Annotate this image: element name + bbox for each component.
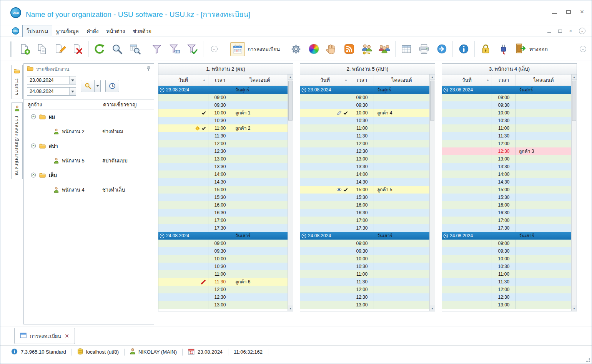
time-slot-row[interactable]: 11:30	[442, 278, 571, 286]
time-button[interactable]	[105, 80, 119, 92]
time-slot-row[interactable]: 14:00	[300, 170, 429, 178]
column-header-client[interactable]: ไคลเอนต์	[374, 74, 429, 86]
tab-close-icon[interactable]: ✕	[65, 333, 69, 339]
hand-icon[interactable]	[323, 40, 340, 59]
time-slot-row[interactable]: 12:30	[442, 293, 571, 301]
resize-grip[interactable]	[585, 357, 590, 362]
time-slot-row[interactable]: 17:00	[158, 217, 288, 224]
expand-icon[interactable]	[443, 88, 448, 93]
time-slot-row[interactable]: 11:30	[300, 278, 429, 286]
rss-icon[interactable]	[340, 40, 358, 59]
scroll-down-button[interactable]: ▼	[288, 306, 293, 311]
time-slot-row[interactable]: 10:30	[300, 117, 429, 124]
settings-gear-icon[interactable]	[287, 40, 305, 59]
mdi-close-button[interactable]: ×	[569, 28, 572, 34]
time-slot-row[interactable]: 13:30	[442, 163, 571, 170]
time-slot-row[interactable]: 09:30	[300, 247, 429, 255]
time-slot-row[interactable]: 10:00	[442, 109, 571, 117]
copy-record-button[interactable]	[33, 40, 51, 59]
appointment-row[interactable]: 11:30ลูกค้า 6	[158, 278, 288, 286]
time-slot-row[interactable]: 13:00	[158, 301, 288, 309]
search-dropdown-icon[interactable]	[95, 80, 101, 92]
date-to-field[interactable]	[27, 87, 76, 96]
time-slot-row[interactable]: 09:30	[442, 101, 571, 109]
menu-help[interactable]: ช่วยด้วย	[129, 25, 155, 37]
time-slot-row[interactable]: 12:00	[158, 140, 288, 147]
toolbar-drag-handle[interactable]	[10, 41, 12, 57]
time-slot-row[interactable]: 12:00	[442, 286, 571, 293]
date-header-row[interactable]: 23.08.2024วันศุกร์	[158, 86, 288, 94]
time-slot-row[interactable]: 14:00	[158, 170, 288, 178]
date-from-field[interactable]	[27, 76, 76, 84]
time-slot-row[interactable]: 10:30	[442, 263, 571, 270]
expand-icon[interactable]	[31, 172, 36, 178]
pin-icon[interactable]	[146, 66, 151, 73]
forward-arrow-icon[interactable]	[433, 40, 451, 59]
time-slot-row[interactable]: 13:00	[300, 155, 429, 163]
time-slot-row[interactable]: 09:00	[158, 94, 288, 101]
search-employees-button[interactable]	[81, 80, 95, 92]
time-slot-row[interactable]: 09:30	[442, 247, 571, 255]
scroll-thumb[interactable]	[288, 81, 293, 121]
time-slot-row[interactable]: 16:00	[158, 201, 288, 209]
scroll-thumb[interactable]	[572, 81, 576, 121]
scroll-up-button[interactable]: ▲	[288, 74, 293, 80]
column-header-date[interactable]: วันที่▲	[300, 74, 350, 86]
time-slot-row[interactable]: 15:00	[158, 186, 288, 194]
menu-database[interactable]: ฐานข้อมูล	[52, 25, 83, 37]
left-tab-list[interactable]: รายการ	[11, 65, 23, 99]
time-slot-row[interactable]: 11:00	[442, 270, 571, 278]
time-slot-row[interactable]: 12:30	[158, 293, 288, 301]
employee-group-row[interactable]: เล็บ	[24, 168, 154, 182]
scrollbar[interactable]: ▲▼	[571, 74, 577, 311]
time-slot-row[interactable]: 13:00	[442, 155, 571, 163]
exit-button[interactable]: ทางออก	[512, 43, 550, 56]
time-slot-row[interactable]: 13:00	[442, 301, 571, 309]
lock-icon[interactable]	[477, 40, 494, 59]
time-slot-row[interactable]: 17:30	[442, 224, 571, 232]
tab-registration[interactable]: การลงทะเบียน ✕	[14, 328, 75, 344]
appointment-row[interactable]: 10:00ลูกค้า 1	[158, 109, 288, 117]
time-slot-row[interactable]: 13:30	[300, 163, 429, 170]
table-view-icon[interactable]	[397, 40, 415, 59]
time-slot-row[interactable]: 10:00	[158, 255, 288, 263]
time-slot-row[interactable]: 11:00	[300, 124, 429, 132]
users-key-icon[interactable]	[358, 40, 376, 59]
column-header-date[interactable]: วันที่▲	[158, 74, 208, 86]
menu-program[interactable]: โปรแกรม	[22, 25, 52, 37]
scrollbar[interactable]: ▲▼	[429, 74, 435, 311]
column-header-date[interactable]: วันที่▲	[442, 74, 492, 86]
expand-icon[interactable]	[31, 143, 36, 149]
expand-icon[interactable]	[301, 88, 306, 93]
time-slot-row[interactable]: 10:30	[442, 117, 571, 124]
users-group-icon[interactable]	[376, 40, 393, 59]
scroll-down-button[interactable]: ▼	[430, 306, 435, 311]
employee-row[interactable]: พนักงาน 2ช่างทำผม	[24, 124, 154, 139]
menu-commands[interactable]: คำสั่ง	[83, 25, 102, 37]
time-slot-row[interactable]: 10:30	[158, 263, 288, 270]
search-advanced-button[interactable]	[126, 40, 144, 59]
appointment-row[interactable]: 12:30ลูกค้า 3	[442, 147, 571, 155]
search-button[interactable]	[108, 40, 126, 59]
scroll-down-button[interactable]: ▼	[572, 306, 577, 311]
time-slot-row[interactable]: 09:00	[442, 94, 571, 101]
time-slot-row[interactable]: 15:30	[158, 194, 288, 201]
time-slot-row[interactable]: 11:30	[442, 132, 571, 140]
date-header-row[interactable]: 24.08.2024วันเสาร์	[442, 232, 571, 240]
time-slot-row[interactable]: 09:00	[300, 240, 429, 247]
time-slot-row[interactable]: 12:30	[300, 293, 429, 301]
time-slot-row[interactable]: 14:30	[300, 178, 429, 186]
column-header-employee[interactable]: ลูกจ้าง	[24, 100, 99, 109]
delete-record-button[interactable]	[69, 40, 86, 59]
scrollbar[interactable]: ▲▼	[288, 74, 293, 311]
time-slot-row[interactable]: 10:30	[158, 117, 288, 124]
time-slot-row[interactable]: 12:00	[300, 286, 429, 293]
time-slot-row[interactable]: 13:00	[158, 155, 288, 163]
time-slot-row[interactable]: 17:30	[158, 224, 288, 232]
filter-button[interactable]	[148, 40, 166, 59]
time-slot-row[interactable]: 11:00	[300, 270, 429, 278]
time-slot-row[interactable]: 10:00	[442, 255, 571, 263]
mdi-minimize-button[interactable]	[547, 32, 551, 33]
time-slot-row[interactable]: 15:30	[300, 194, 429, 201]
time-slot-row[interactable]: 17:00	[300, 217, 429, 224]
